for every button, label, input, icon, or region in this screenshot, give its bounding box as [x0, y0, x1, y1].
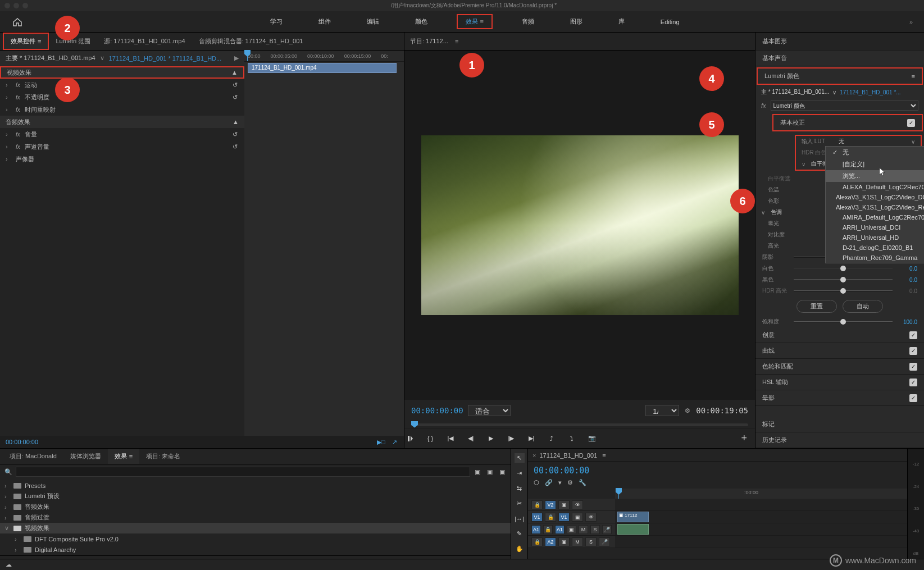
- play-icon[interactable]: ▶: [485, 433, 497, 444]
- curves-section[interactable]: 曲线✓: [755, 343, 924, 359]
- track-v2[interactable]: 🔒V2▣👁: [528, 499, 907, 511]
- razor-tool-icon[interactable]: ✂: [515, 499, 525, 508]
- lut-opt[interactable]: AlexaV3_K1S1_LogC2Video_DCIP3_EE: [826, 192, 924, 202]
- audio-clip[interactable]: [617, 524, 649, 535]
- ws-graphics[interactable]: 图形: [563, 14, 589, 29]
- ec-motion[interactable]: ›fx运动↺: [0, 79, 244, 91]
- tab-audio-clip-mixer[interactable]: 音频剪辑混合器: 171124_B1_HD_001: [192, 34, 310, 49]
- ws-effects[interactable]: 效果 ≡: [457, 14, 492, 29]
- tab-effects-panel[interactable]: 效果 ≡: [108, 449, 139, 464]
- ws-edit[interactable]: 编辑: [360, 14, 386, 29]
- video-clip[interactable]: ▣ 17112: [617, 512, 649, 522]
- lut-opt[interactable]: ARRI_Universal_HD: [826, 232, 924, 243]
- markers-panel[interactable]: 标记: [755, 417, 924, 432]
- home-icon[interactable]: [11, 16, 24, 28]
- track-v1[interactable]: V1🔒V1▣👁 ▣ 17112: [528, 511, 907, 523]
- lut-opt[interactable]: ARRI_Universal_DCI: [826, 222, 924, 232]
- color-wheels-section[interactable]: 色轮和匹配✓: [755, 359, 924, 375]
- essential-sound-tab[interactable]: 基本声音: [755, 51, 924, 66]
- mark-in-icon[interactable]: [404, 433, 416, 444]
- wrench-icon[interactable]: 🔧: [579, 479, 586, 486]
- traffic-lights[interactable]: [4, 3, 28, 8]
- slip-tool-icon[interactable]: |↔|: [515, 514, 525, 523]
- ws-assembly[interactable]: 组件: [312, 14, 338, 29]
- goto-in-icon[interactable]: |◀: [445, 433, 456, 444]
- export-frame-icon[interactable]: ↗: [390, 438, 398, 446]
- effects-search-input[interactable]: [16, 467, 470, 477]
- tab-source-monitor[interactable]: 源: 171124_B1_HD_001.mp4: [97, 34, 192, 49]
- basic-correction-header[interactable]: 基本校正 ✓: [772, 114, 923, 131]
- marker-icon[interactable]: ▾: [558, 479, 562, 486]
- ws-learn[interactable]: 学习: [263, 14, 289, 29]
- reset-button[interactable]: 重置: [796, 300, 837, 313]
- hsl-secondary-section[interactable]: HSL 辅助✓: [755, 375, 924, 390]
- ripple-tool-icon[interactable]: ⇆: [515, 484, 525, 493]
- settings-icon[interactable]: ⚙: [567, 479, 573, 486]
- blacks-slider[interactable]: 黑色0.0: [755, 274, 924, 285]
- effects-tree[interactable]: ›Presets ›Lumetri 预设 ›音频效果 ›音频过渡 ∨视频效果 ›…: [0, 479, 511, 555]
- settings-icon[interactable]: ⚙: [684, 407, 691, 414]
- timeline-ruler[interactable]: :00:00: [615, 489, 907, 499]
- cc-status-icon[interactable]: ☁: [4, 561, 12, 569]
- 32bit-badge-icon[interactable]: ▣: [486, 468, 494, 476]
- ws-color[interactable]: 颜色: [408, 14, 434, 29]
- ws-library[interactable]: 库: [612, 14, 631, 29]
- program-current-tc[interactable]: 00:00:00:00: [411, 406, 463, 415]
- lut-opt-browse[interactable]: 浏览...: [826, 170, 924, 182]
- hdr-highlights-slider[interactable]: HDR 高光0.0: [755, 285, 924, 297]
- fx-badge-icon[interactable]: ▣: [474, 468, 481, 476]
- lut-dropdown-menu[interactable]: ✓无 [自定义] 浏览... ALEXA_Default_LogC2Rec709…: [825, 146, 924, 263]
- tab-project[interactable]: 项目: MacDonald: [3, 449, 63, 464]
- tab-effect-controls[interactable]: 效果控件 ≡: [3, 33, 49, 50]
- resolution-select[interactable]: 1/2: [645, 405, 679, 416]
- ec-clip-bar[interactable]: 171124_B1_HD_001.mp4: [248, 63, 397, 73]
- ec-mini-timeline[interactable]: 00:00 00:00:05:00 00:00:10:00 00:00:15:0…: [244, 51, 404, 436]
- zoom-level-select[interactable]: 适合: [468, 405, 511, 416]
- input-lut-row[interactable]: 输入 LUT 无 ∨: [796, 136, 921, 147]
- goto-out-icon[interactable]: ▶|: [526, 433, 537, 444]
- tab-project-unnamed[interactable]: 项目: 未命名: [139, 449, 187, 464]
- yuv-badge-icon[interactable]: ▣: [498, 468, 506, 476]
- lut-opt-none[interactable]: ✓无: [826, 147, 924, 158]
- track-a1[interactable]: A1🔒A1▣MS🎤: [528, 523, 907, 536]
- lut-opt[interactable]: AlexaV3_K1S1_LogC2Video_Rec709_EE: [826, 202, 924, 212]
- ec-opacity[interactable]: ›fx不透明度↺: [0, 91, 244, 103]
- vignette-section[interactable]: 晕影✓: [755, 390, 924, 406]
- linked-selection-icon[interactable]: 🔗: [545, 479, 553, 486]
- pen-tool-icon[interactable]: ✎: [515, 529, 525, 539]
- ws-audio[interactable]: 音频: [515, 14, 541, 29]
- ec-panner[interactable]: ›声像器: [0, 153, 244, 165]
- ec-source-link[interactable]: 171124_B1_HD_001 * 171124_B1_HD...: [109, 55, 222, 62]
- whites-slider[interactable]: 白色0.0: [755, 263, 924, 274]
- mark-out-icon[interactable]: { }: [425, 433, 436, 444]
- add-button-icon[interactable]: +: [741, 432, 747, 444]
- program-monitor-viewport[interactable]: [404, 51, 755, 400]
- auto-button[interactable]: 自动: [843, 300, 883, 313]
- tree-video-effects[interactable]: ∨视频效果: [0, 523, 511, 533]
- lift-icon[interactable]: ⤴: [546, 433, 557, 444]
- saturation-slider[interactable]: 饱和度100.0: [755, 316, 924, 327]
- loop-playback-icon[interactable]: ▶□: [377, 438, 385, 446]
- history-panel[interactable]: 历史记录: [755, 432, 924, 448]
- ec-audio-effects-header[interactable]: 音频效果▲: [0, 116, 244, 128]
- ec-video-effects-header[interactable]: 视频效果 ▲: [0, 66, 244, 79]
- lut-opt[interactable]: Phantom_Rec709_Gamma: [826, 253, 924, 263]
- tree-audio-transitions[interactable]: ›音频过渡: [0, 512, 511, 523]
- lut-opt-custom[interactable]: [自定义]: [826, 158, 924, 170]
- timeline-sequence-tab[interactable]: × 171124_B1_HD_001 ≡: [528, 449, 907, 462]
- tree-dft[interactable]: ›DFT Composite Suite Pro v2.0: [0, 533, 511, 544]
- tab-media-browser[interactable]: 媒体浏览器: [63, 449, 108, 464]
- tree-presets[interactable]: ›Presets: [0, 480, 511, 491]
- overflow-icon[interactable]: »: [909, 19, 913, 25]
- step-fwd-icon[interactable]: |▶: [506, 433, 517, 444]
- program-monitor-tab[interactable]: 节目: 17112... ≡: [404, 33, 755, 51]
- ws-editing[interactable]: Editing: [654, 15, 686, 29]
- hand-tool-icon[interactable]: ✋: [515, 544, 525, 554]
- lumetri-fx-select[interactable]: fx Lumetri 颜色: [755, 98, 924, 113]
- export-frame-icon[interactable]: 📷: [586, 433, 598, 444]
- lut-opt[interactable]: D-21_delogC_EI0200_B1: [826, 243, 924, 253]
- essential-graphics-tab[interactable]: 基本图形: [755, 33, 924, 51]
- tree-digital-anarchy[interactable]: ›Digital Anarchy: [0, 544, 511, 555]
- scrub-bar[interactable]: [411, 423, 748, 426]
- lumetri-color-header[interactable]: Lumetri 颜色 ≡: [757, 67, 923, 85]
